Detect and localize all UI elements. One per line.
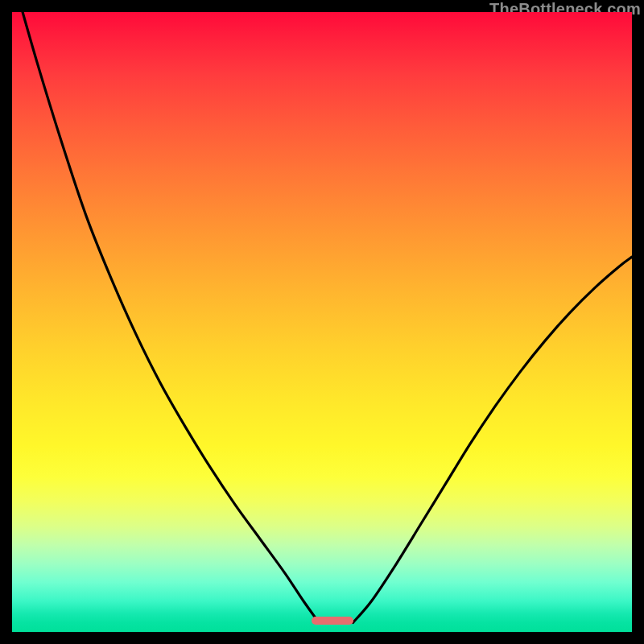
chart-frame: TheBottleneck.com xyxy=(0,0,644,644)
curve-left xyxy=(12,12,319,622)
curve-svg xyxy=(12,12,632,632)
bottleneck-marker xyxy=(312,617,353,625)
curve-right xyxy=(353,257,633,622)
plot-area xyxy=(12,12,632,632)
